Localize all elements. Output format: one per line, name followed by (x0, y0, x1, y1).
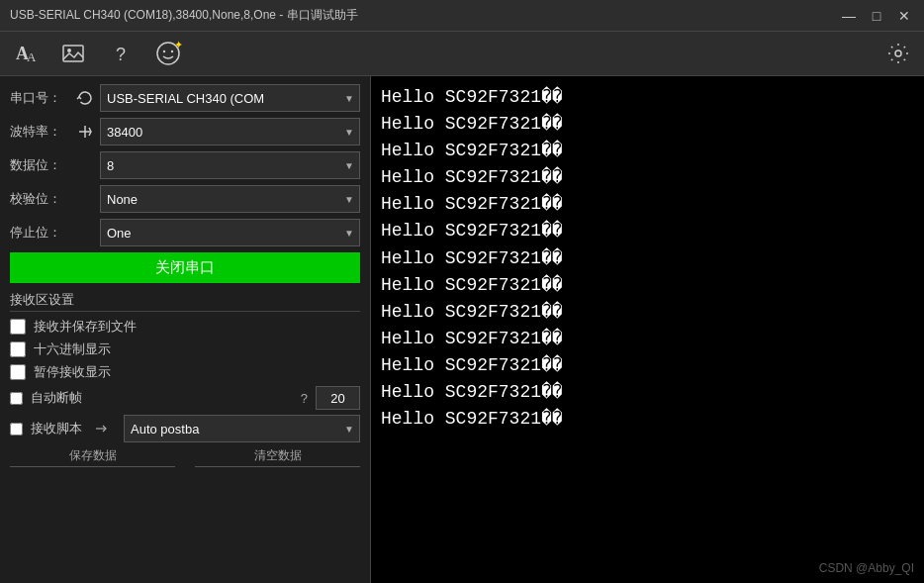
left-panel: 串口号： USB-SERIAL CH340 (COM ▼ 波特率： (0, 76, 371, 583)
pause-display-label: 暂停接收显示 (34, 363, 111, 381)
svg-point-8 (895, 50, 901, 56)
svg-point-6 (163, 50, 165, 52)
window-controls: — □ ✕ (839, 6, 914, 26)
script-select[interactable]: Auto postba None (124, 415, 360, 442)
pause-display-checkbox[interactable] (10, 364, 26, 380)
baudrate-icon (74, 124, 96, 140)
hex-display-label: 十六进制显示 (34, 340, 111, 358)
auto-break-row: 自动断帧 ? (10, 386, 360, 410)
databits-row: 数据位： 8 7 6 5 ▼ (10, 151, 360, 179)
svg-point-3 (67, 49, 71, 52)
script-row: 接收脚本 Auto postba None ▼ (10, 415, 360, 442)
bottom-labels: 保存数据 清空数据 (10, 447, 360, 467)
clear-data-button[interactable]: 清空数据 (195, 447, 360, 467)
terminal-line: Hello SC92F7321�� (381, 218, 914, 243)
terminal-output: Hello SC92F7321��Hello SC92F7321��Hello … (381, 84, 914, 432)
terminal-line: Hello SC92F7321�� (381, 379, 914, 405)
baudrate-select[interactable]: 38400 9600 19200 57600 115200 (100, 118, 360, 146)
script-label: 接收脚本 (31, 420, 82, 437)
refresh-icon[interactable] (74, 89, 96, 107)
emoji-icon[interactable]: ✦ (152, 38, 184, 69)
save-to-file-label: 接收并保存到文件 (34, 318, 137, 336)
window-title: USB-SERIAL CH340 (COM18),38400,None,8,On… (10, 7, 358, 24)
script-select-wrapper[interactable]: Auto postba None ▼ (124, 415, 360, 442)
auto-break-checkbox[interactable] (10, 392, 23, 405)
stopbits-select[interactable]: One OnePointFive Two (100, 219, 360, 246)
help-icon[interactable]: ? (105, 38, 137, 69)
port-row: 串口号： USB-SERIAL CH340 (COM ▼ (10, 84, 360, 112)
script-checkbox[interactable] (10, 423, 23, 436)
baudrate-row: 波特率： 38400 9600 19200 57600 115200 ▼ (10, 118, 360, 146)
auto-break-help[interactable]: ? (301, 391, 308, 406)
save-data-button[interactable]: 保存数据 (10, 447, 175, 467)
stopbits-row: 停止位： One OnePointFive Two ▼ (10, 219, 360, 246)
terminal-line: Hello SC92F7321�� (381, 326, 914, 351)
hex-display-row: 十六进制显示 (10, 340, 360, 358)
port-label: 串口号： (10, 89, 74, 107)
maximize-button[interactable]: □ (867, 6, 886, 26)
image-icon[interactable] (57, 38, 89, 69)
terminal-line: Hello SC92F7321�� (381, 245, 914, 271)
terminal-line: Hello SC92F7321�� (381, 406, 914, 432)
terminal-line: Hello SC92F7321�� (381, 138, 914, 163)
close-button[interactable]: ✕ (894, 6, 914, 26)
stopbits-select-wrapper[interactable]: One OnePointFive Two ▼ (100, 219, 360, 246)
terminal-line: Hello SC92F7321�� (381, 84, 914, 110)
save-to-file-row: 接收并保存到文件 (10, 318, 360, 336)
watermark: CSDN @Abby_QI (819, 561, 914, 575)
terminal-line: Hello SC92F7321�� (381, 111, 914, 137)
svg-text:A: A (27, 49, 37, 64)
terminal-panel: Hello SC92F7321��Hello SC92F7321��Hello … (371, 76, 924, 583)
terminal-line: Hello SC92F7321�� (381, 164, 914, 190)
font-icon[interactable]: A A (10, 38, 42, 69)
databits-select[interactable]: 8 7 6 5 (100, 151, 360, 179)
parity-row: 校验位： None Odd Even ▼ (10, 185, 360, 213)
parity-select-wrapper[interactable]: None Odd Even ▼ (100, 185, 360, 213)
auto-break-value-input[interactable] (316, 386, 360, 410)
svg-point-7 (171, 50, 173, 52)
save-to-file-checkbox[interactable] (10, 319, 26, 335)
stopbits-label: 停止位： (10, 224, 74, 242)
settings-icon[interactable] (882, 38, 914, 69)
terminal-line: Hello SC92F7321�� (381, 272, 914, 298)
toolbar: A A ? ✦ (0, 32, 924, 76)
baudrate-label: 波特率： (10, 123, 74, 141)
databits-label: 数据位： (10, 156, 74, 174)
hex-display-checkbox[interactable] (10, 341, 26, 357)
auto-break-label: 自动断帧 (31, 389, 82, 407)
port-select-wrapper[interactable]: USB-SERIAL CH340 (COM ▼ (100, 84, 360, 112)
pause-display-row: 暂停接收显示 (10, 363, 360, 381)
minimize-button[interactable]: — (839, 6, 859, 26)
terminal-line: Hello SC92F7321�� (381, 191, 914, 217)
parity-label: 校验位： (10, 190, 74, 208)
terminal-line: Hello SC92F7321�� (381, 299, 914, 325)
svg-text:?: ? (116, 45, 126, 64)
parity-select[interactable]: None Odd Even (100, 185, 360, 213)
script-settings-icon[interactable] (90, 422, 112, 436)
main-layout: 串口号： USB-SERIAL CH340 (COM ▼ 波特率： (0, 76, 924, 583)
databits-select-wrapper[interactable]: 8 7 6 5 ▼ (100, 151, 360, 179)
port-select[interactable]: USB-SERIAL CH340 (COM (100, 84, 360, 112)
baudrate-select-wrapper[interactable]: 38400 9600 19200 57600 115200 ▼ (100, 118, 360, 146)
close-serial-button[interactable]: 关闭串口 (10, 252, 360, 283)
title-bar: USB-SERIAL CH340 (COM18),38400,None,8,On… (0, 0, 924, 32)
terminal-line: Hello SC92F7321�� (381, 352, 914, 378)
receive-settings-title: 接收区设置 (10, 291, 360, 312)
